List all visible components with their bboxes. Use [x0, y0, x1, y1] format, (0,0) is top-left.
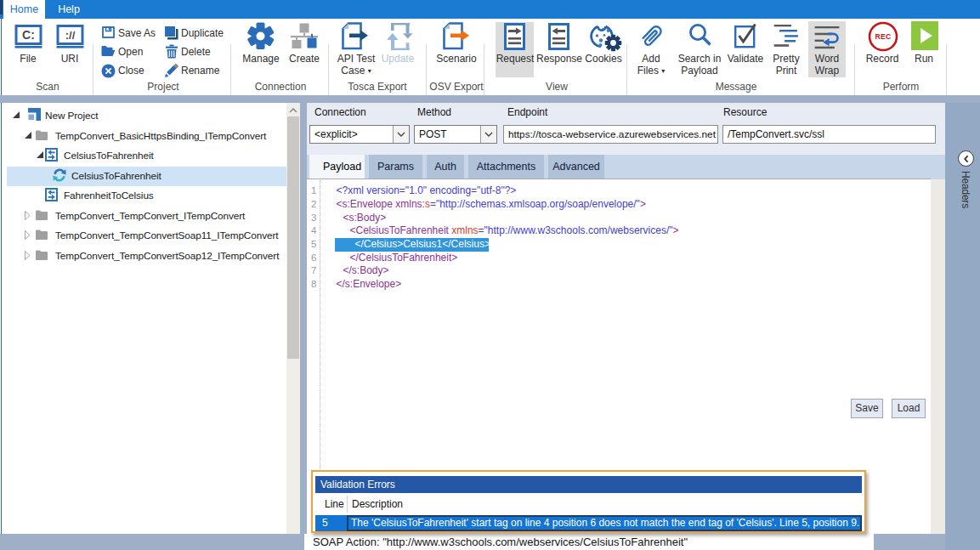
svg-text:C:: C: [22, 28, 35, 42]
svg-text:://: :// [65, 29, 76, 42]
svg-text:REC: REC [875, 32, 891, 41]
